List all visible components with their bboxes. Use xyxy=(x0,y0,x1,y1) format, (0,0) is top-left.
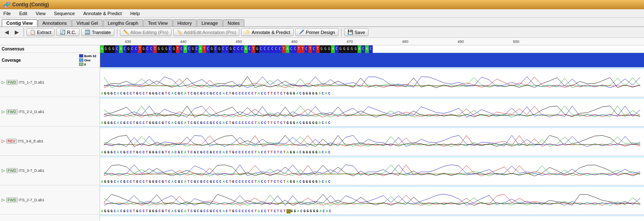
extract-button[interactable]: 📋 Extract xyxy=(27,28,55,36)
svg-rect-254 xyxy=(357,156,365,158)
svg-rect-315 xyxy=(266,185,274,187)
primer-design-label: Primer Design xyxy=(306,30,335,35)
primer-design-button[interactable]: 🖊️ Primer Design xyxy=(295,28,339,36)
svg-rect-80 xyxy=(146,97,153,99)
svg-rect-96 xyxy=(266,97,274,99)
menu-view[interactable]: View xyxy=(34,11,48,16)
svg-rect-145 xyxy=(636,97,644,99)
chrom-content-ITS_2-4_D: AGGGCACGCCTGCCTGGGCGTCACGCATCGCGCCGCCCAC… xyxy=(100,215,644,221)
add-annotation-button[interactable]: 🏷️ Add/Edit Annotation (Pro) xyxy=(173,28,239,36)
svg-rect-388 xyxy=(266,215,274,216)
svg-rect-425 xyxy=(546,215,554,216)
svg-rect-69 xyxy=(614,68,621,69)
svg-rect-238 xyxy=(236,156,244,158)
rc-button[interactable]: 🔄 R.C. xyxy=(56,28,80,36)
svg-rect-31 xyxy=(327,68,334,69)
svg-rect-235 xyxy=(213,156,221,158)
tab-annotations[interactable]: Annotations xyxy=(38,19,72,26)
svg-rect-23 xyxy=(266,68,274,69)
svg-rect-259 xyxy=(395,156,402,158)
svg-rect-339 xyxy=(448,185,455,187)
svg-rect-391 xyxy=(289,215,297,216)
menu-edit[interactable]: Edit xyxy=(18,11,29,16)
tab-virtual-gel[interactable]: Virtual Gel xyxy=(72,19,103,26)
svg-rect-263 xyxy=(425,156,432,158)
svg-rect-244 xyxy=(281,156,289,158)
back-button[interactable]: ◀ xyxy=(3,28,11,36)
svg-rect-282 xyxy=(568,156,576,158)
direction-arrow-ITS_3-6_E: ▷ xyxy=(2,139,5,143)
svg-rect-204 xyxy=(531,126,538,128)
svg-rect-139 xyxy=(591,97,599,99)
allow-editing-button[interactable]: ✏️ Allow Editing (Pro) xyxy=(120,28,172,36)
svg-rect-393 xyxy=(304,215,312,216)
svg-rect-212 xyxy=(591,126,599,128)
forward-button[interactable]: ▶ xyxy=(13,28,21,36)
annotate-predict-button[interactable]: ✨ Annotate & Predict xyxy=(241,28,294,36)
svg-rect-149 xyxy=(115,126,123,128)
svg-rect-359 xyxy=(599,185,606,187)
tab-history[interactable]: History xyxy=(173,19,196,26)
menu-file[interactable]: File xyxy=(2,11,13,16)
legend-zero-box xyxy=(79,63,83,66)
svg-rect-91 xyxy=(228,97,236,99)
svg-rect-132 xyxy=(538,97,546,99)
svg-rect-379 xyxy=(198,215,206,216)
svg-rect-324 xyxy=(334,185,342,187)
svg-rect-29 xyxy=(312,68,319,69)
svg-rect-264 xyxy=(432,156,440,158)
svg-rect-157 xyxy=(176,126,183,128)
svg-rect-71 xyxy=(629,68,636,69)
svg-rect-171 xyxy=(281,126,289,128)
svg-rect-241 xyxy=(259,156,266,158)
svg-rect-46 xyxy=(440,68,448,69)
svg-rect-284 xyxy=(583,156,591,158)
tab-lengths-graph[interactable]: Lengths Graph xyxy=(103,19,143,26)
tab-text-view[interactable]: Text View xyxy=(143,19,172,26)
svg-rect-328 xyxy=(365,185,372,187)
toolbar: ◀ ▶ 📋 Extract 🔄 R.C. 🔤 Translate ✏️ Allo… xyxy=(0,27,644,38)
svg-rect-405 xyxy=(395,215,402,216)
menu-annotate-predict[interactable]: Annotate & Predict xyxy=(82,11,124,16)
svg-rect-214 xyxy=(606,126,614,128)
svg-rect-269 xyxy=(470,156,478,158)
translate-button[interactable]: 🔤 Translate xyxy=(81,28,114,36)
svg-rect-229 xyxy=(168,156,176,158)
svg-rect-164 xyxy=(228,126,236,128)
svg-rect-102 xyxy=(312,97,319,99)
tab-lineage[interactable]: Lineage xyxy=(197,19,223,26)
svg-rect-233 xyxy=(198,156,206,158)
menu-sequence[interactable]: Sequence xyxy=(52,11,77,16)
sequence-row-ITS_2-4_D: ▷ FWD ITS_2-4_D.ab1 AGGGCACGCCTGCCTGGGCG… xyxy=(0,215,644,221)
save-button[interactable]: 💾 Save xyxy=(344,28,368,36)
svg-rect-105 xyxy=(334,97,342,99)
svg-rect-175 xyxy=(312,126,319,128)
svg-rect-250 xyxy=(327,156,334,158)
svg-rect-43 xyxy=(417,68,425,69)
svg-rect-107 xyxy=(350,97,357,99)
tab-notes[interactable]: Notes xyxy=(223,19,244,26)
svg-rect-299 xyxy=(146,185,153,187)
svg-rect-364 xyxy=(636,185,644,187)
svg-rect-377 xyxy=(183,215,191,216)
svg-rect-406 xyxy=(402,215,410,216)
svg-rect-40 xyxy=(395,68,402,69)
svg-rect-404 xyxy=(387,215,395,216)
chrom-content-ITS_2-2_D: AGGGCACGCCTGCCTGGGCGTCACGCATCGCGCCGCCCAC… xyxy=(100,97,644,126)
menu-help[interactable]: Help xyxy=(129,11,142,16)
svg-rect-26 xyxy=(289,68,297,69)
svg-rect-53 xyxy=(493,68,501,69)
svg-rect-232 xyxy=(191,156,199,158)
svg-rect-358 xyxy=(591,185,599,187)
tab-contig-view[interactable]: Contig View xyxy=(2,19,37,26)
svg-rect-151 xyxy=(130,126,138,128)
toolbar-separator-2 xyxy=(117,28,117,37)
rc-icon: 🔄 xyxy=(60,29,66,35)
svg-rect-167 xyxy=(251,126,259,128)
svg-rect-155 xyxy=(161,126,168,128)
svg-rect-116 xyxy=(417,97,425,99)
sequences-container: ▷ FWD ITS_1-7_D.ab1 AGGGCACGCCTGCCTGGGCG… xyxy=(0,68,644,221)
svg-rect-246 xyxy=(297,156,304,158)
svg-rect-136 xyxy=(568,97,576,99)
svg-rect-225 xyxy=(138,156,146,158)
